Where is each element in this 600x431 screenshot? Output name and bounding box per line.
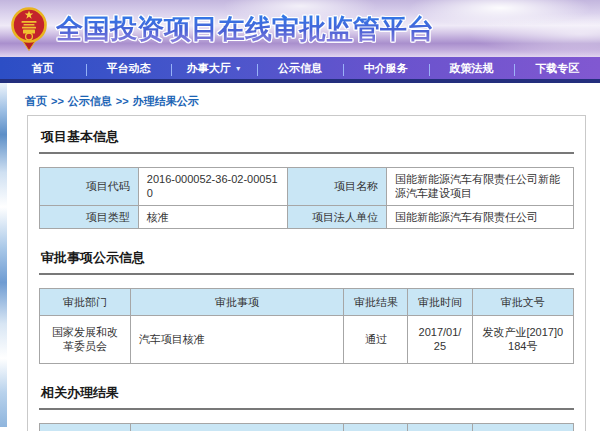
approval-date: 2017/01/25 [408,316,472,364]
breadcrumb-public-info-link[interactable]: 公示信息 [68,95,112,107]
content-panel: 项目基本信息 项目代码 2016-000052-36-02-000510 项目名… [27,115,586,431]
table-row: 项目代码 2016-000052-36-02-000510 项目名称 国能新能源… [40,168,574,206]
nav-item-label: 政策法规 [449,61,493,76]
field-label: 项目名称 [288,168,387,206]
breadcrumb-home-link[interactable]: 首页 [25,95,47,107]
nav-item-label: 办事大厅 [187,61,231,76]
field-value: 国能新能源汽车有限责任公司新能源汽车建设项目 [387,168,574,206]
nav-item-label: 平台动态 [107,61,151,76]
nav-item-policies[interactable]: 政策法规 [429,57,515,79]
approval-item: 汽车项目核准 [130,316,344,364]
approval-result: 通过 [344,316,408,364]
field-value: 国能新能源汽车有限责任公司 [387,205,574,228]
column-header: 审批文号 [472,288,573,315]
table-header-row: 审批部门 审批事项 审批结果 审批时间 审批文号 [40,288,574,315]
column-header: 审批部门 [40,423,131,431]
column-header: 审批事项 [130,423,344,431]
related-results-table: 审批部门 审批事项 审批结果 审批时间 审批文号 国土资源部 建设项目用地预审 … [39,423,574,431]
column-header: 审批时间 [408,288,472,315]
section-title-basic-info: 项目基本信息 [39,128,574,154]
nav-item-label: 下载专区 [535,61,579,76]
site-header: 全国投资项目在线审批监管平台 [0,0,600,57]
column-header: 审批部门 [40,288,131,315]
nav-item-service-hall[interactable]: 办事大厅▼ [171,57,257,79]
approval-department: 国家发展和改革委员会 [40,316,131,364]
nav-item-label: 中介服务 [364,61,408,76]
breadcrumb-separator: >> [51,95,64,107]
site-title: 全国投资项目在线审批监管平台 [56,11,434,47]
nav-item-label: 公示信息 [278,61,322,76]
approval-doc-number: 发改产业[2017]0184号 [472,316,573,364]
basic-info-table: 项目代码 2016-000052-36-02-000510 项目名称 国能新能源… [39,167,574,229]
nav-item-public-info[interactable]: 公示信息 [257,57,343,79]
content-area: 首页>>公示信息>>办理结果公示 项目基本信息 项目代码 2016-000052… [0,83,600,427]
column-header: 审批结果 [344,288,408,315]
table-row: 国家发展和改革委员会 汽车项目核准 通过 2017/01/25 发改产业[201… [40,316,574,364]
page-edge-decoration [0,83,7,427]
nav-item-home[interactable]: 首页 [0,57,86,79]
field-value: 2016-000052-36-02-000510 [138,168,288,206]
nav-item-label: 首页 [32,61,54,76]
breadcrumb: 首页>>公示信息>>办理结果公示 [0,83,600,109]
breadcrumb-current-page[interactable]: 办理结果公示 [133,95,199,107]
column-header: 审批结果 [344,423,408,431]
chevron-down-icon: ▼ [235,65,242,72]
column-header: 审批文号 [472,423,573,431]
field-label: 项目法人单位 [288,205,387,228]
section-title-related-results: 相关办理结果 [39,384,574,410]
breadcrumb-separator: >> [116,95,129,107]
nav-item-downloads[interactable]: 下载专区 [514,57,600,79]
column-header: 审批时间 [408,423,472,431]
column-header: 审批事项 [130,288,344,315]
table-header-row: 审批部门 审批事项 审批结果 审批时间 审批文号 [40,423,574,431]
field-value: 核准 [138,205,288,228]
approval-items-table: 审批部门 审批事项 审批结果 审批时间 审批文号 国家发展和改革委员会 汽车项目… [39,288,574,364]
main-nav: 首页 平台动态 办事大厅▼ 公示信息 中介服务 政策法规 下载专区 [0,57,600,83]
section-title-approval-info: 审批事项公示信息 [39,249,574,275]
field-label: 项目代码 [40,168,139,206]
page: 全国投资项目在线审批监管平台 首页 平台动态 办事大厅▼ 公示信息 中介服务 政… [0,0,600,431]
field-label: 项目类型 [40,205,139,228]
table-row: 项目类型 核准 项目法人单位 国能新能源汽车有限责任公司 [40,205,574,228]
nav-item-platform-news[interactable]: 平台动态 [86,57,172,79]
china-national-emblem-icon [10,5,48,56]
nav-item-intermediary-services[interactable]: 中介服务 [343,57,429,79]
